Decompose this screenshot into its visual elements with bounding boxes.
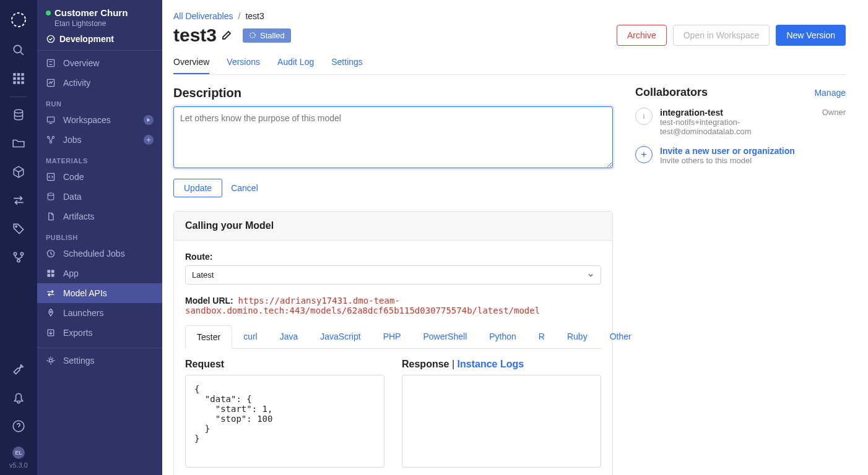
manage-link[interactable]: Manage [814,88,846,98]
svg-rect-29 [47,274,50,277]
svg-rect-5 [13,77,15,80]
title-bar: test3 Stalled Archive Open in Workspace … [173,25,846,46]
breadcrumb-sep: / [238,11,240,21]
svg-point-15 [17,259,20,262]
svg-rect-20 [47,117,54,122]
sidebar-item-workspaces[interactable]: Workspaces [37,110,162,130]
code-tab-r[interactable]: R [527,325,556,348]
svg-rect-7 [21,77,24,80]
code-tab-powershell[interactable]: PowerShell [412,325,478,348]
left-nav: Customer Churn Etan Lightstone Developme… [37,0,162,475]
svg-point-11 [14,109,22,113]
sidebar-item-label: Settings [63,356,95,366]
update-button[interactable]: Update [173,179,222,197]
database-icon[interactable] [12,108,25,122]
search-icon[interactable] [12,43,25,57]
breadcrumb-root[interactable]: All Deliverables [173,11,233,21]
sidebar-item-settings[interactable]: Settings [37,351,162,370]
url-label: Model URL: [185,296,233,306]
user-avatar[interactable]: EL [12,447,25,459]
route-value: Latest [192,270,214,280]
url-value[interactable]: https://adriansy17431.dmo-team-sandbox.d… [185,296,540,315]
version-label: v5.3.0 [9,461,28,469]
help-icon[interactable] [12,419,25,433]
tab-versions[interactable]: Versions [227,52,260,74]
main-content: All Deliverables / test3 test3 Stalled A… [162,0,868,475]
sidebar-item-scheduled-jobs[interactable]: Scheduled Jobs [37,244,162,263]
svg-point-1 [14,45,21,53]
tab-audit-log[interactable]: Audit Log [277,52,314,74]
code-tab-java[interactable]: Java [269,325,310,348]
sidebar-item-overview[interactable]: Overview [37,53,162,73]
project-name[interactable]: Customer Churn [54,7,128,18]
code-tab-python[interactable]: Python [478,325,527,348]
invite-plus-icon[interactable]: + [635,146,653,163]
svg-point-23 [50,141,51,143]
page-title: test3 [173,25,233,46]
response-heading: Response | Instance Logs [402,359,601,370]
invite-link[interactable]: Invite a new user or organization [660,146,846,156]
bell-icon[interactable] [12,391,25,404]
apps-icon[interactable] [12,72,25,85]
sidebar-item-artifacts[interactable]: Artifacts [37,207,162,226]
code-tab-php[interactable]: PHP [372,325,412,348]
chevron-down-icon [587,272,594,279]
sidebar-item-jobs[interactable]: Jobs [37,130,162,150]
sidebar-item-launchers[interactable]: Launchers [37,303,162,323]
collaborators-heading: Collaborators [635,86,708,99]
collaborator-role: Owner [822,108,846,117]
project-status-dot [46,11,51,15]
svg-rect-4 [21,73,24,75]
svg-point-0 [12,13,25,27]
sidebar-item-label: Exports [63,328,92,338]
svg-point-25 [48,193,54,195]
description-input[interactable] [173,106,613,168]
code-tabs: Tester curl Java JavaScript PHP PowerShe… [185,325,601,349]
code-tab-ruby[interactable]: Ruby [556,325,599,348]
svg-point-31 [50,311,51,312]
sidebar-item-label: Data [63,192,82,202]
sidebar-item-app[interactable]: App [37,263,162,283]
plus-icon[interactable] [144,135,154,145]
transfer-icon[interactable] [12,194,25,207]
cube-icon[interactable] [12,165,25,179]
tab-settings[interactable]: Settings [331,52,363,74]
invite-row: + Invite a new user or organization Invi… [635,146,846,165]
route-select[interactable]: Latest [185,265,601,285]
app-logo-icon[interactable] [9,10,28,30]
section-publish: PUBLISH [37,226,162,244]
sidebar-item-exports[interactable]: Exports [37,323,162,343]
code-tab-javascript[interactable]: JavaScript [309,325,371,348]
open-workspace-button[interactable]: Open in Workspace [673,25,770,46]
play-icon[interactable] [144,115,154,125]
code-tab-curl[interactable]: curl [232,325,269,348]
breadcrumb: All Deliverables / test3 [173,11,846,21]
request-body[interactable]: { "data": { "start": 1, "stop": 100 } } [185,375,384,468]
env-selector[interactable]: Development [37,30,162,48]
archive-button[interactable]: Archive [617,25,667,46]
sidebar-item-label: Overview [63,58,99,68]
sidebar-item-model-apis[interactable]: Model APIs [37,283,162,303]
tag-icon[interactable] [12,222,25,236]
new-version-button[interactable]: New Version [776,25,846,46]
sidebar-item-data[interactable]: Data [37,187,162,207]
instance-logs-link[interactable]: Instance Logs [458,359,524,369]
edit-icon[interactable] [220,29,233,41]
cancel-link[interactable]: Cancel [231,183,258,193]
tab-overview[interactable]: Overview [173,52,209,74]
sidebar-item-label: App [63,268,79,278]
folder-icon[interactable] [12,137,25,150]
branch-icon[interactable] [12,250,25,264]
section-run: RUN [37,93,162,110]
invite-subtitle: Invite others to this model [660,156,846,165]
sidebar-item-code[interactable]: Code [37,167,162,187]
request-heading: Request [185,359,384,370]
sidebar-item-activity[interactable]: Activity [37,73,162,93]
iconbar-divider [10,96,27,97]
svg-rect-6 [17,77,20,80]
response-body [402,375,601,468]
wrench-icon[interactable] [12,362,25,376]
svg-point-13 [14,252,16,255]
sidebar-item-label: Activity [63,78,90,88]
code-tab-tester[interactable]: Tester [185,325,232,349]
